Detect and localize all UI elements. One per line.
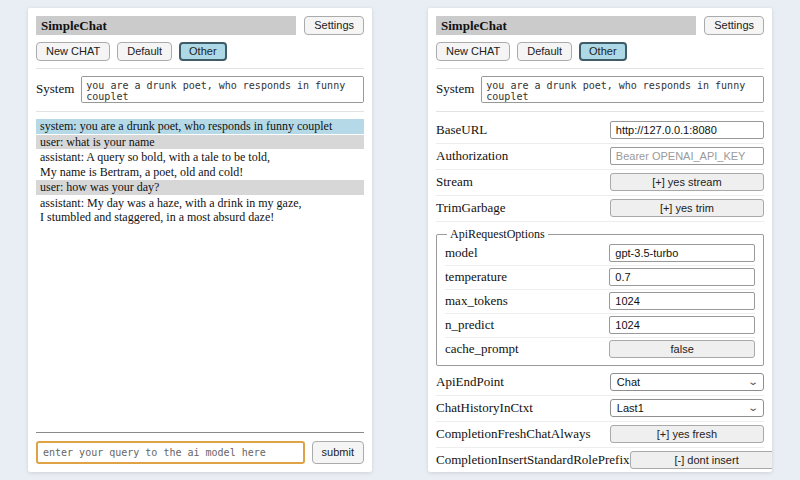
chevron-down-icon: ⌄ (747, 378, 759, 386)
session-tab-default[interactable]: Default (117, 42, 172, 61)
divider (36, 432, 364, 433)
session-tab-other[interactable]: Other (179, 42, 227, 61)
completionfreshchatalways-toggle-button[interactable]: [+] yes fresh (610, 425, 764, 443)
authorization-input[interactable] (610, 147, 764, 165)
system-label: System (36, 76, 74, 97)
model-label: model (445, 245, 478, 261)
field-row-max-tokens: max_tokens (445, 290, 755, 314)
settings-panel: SimpleChat Settings New CHAT Default Oth… (428, 8, 772, 472)
temperature-input[interactable] (609, 268, 755, 286)
session-tab-other[interactable]: Other (579, 42, 627, 61)
titlebar: SimpleChat Settings (436, 16, 764, 35)
submit-button[interactable]: submit (312, 441, 364, 464)
field-row-completioninsertstandardroleprefix: CompletionInsertStandardRolePrefix [-] d… (436, 448, 764, 472)
cache-prompt-toggle-button[interactable]: false (609, 340, 755, 358)
trimgarbage-toggle-button[interactable]: [+] yes trim (610, 199, 764, 217)
system-prompt-textarea[interactable]: you are a drunk poet, who responds in fu… (81, 76, 364, 103)
query-row: submit (36, 441, 364, 464)
divider (36, 68, 364, 69)
field-row-completionfreshchatalways: CompletionFreshChatAlways [+] yes fresh (436, 422, 764, 448)
new-chat-button[interactable]: New CHAT (36, 42, 110, 61)
n-predict-input[interactable] (609, 316, 755, 334)
system-prompt-textarea[interactable]: you are a drunk poet, who responds in fu… (481, 76, 764, 103)
trimgarbage-label: TrimGarbage (436, 200, 506, 216)
spacer (36, 226, 364, 433)
message-user: user: what is your name (36, 135, 364, 150)
field-row-cache-prompt: cache_prompt false (445, 338, 755, 361)
api-request-options-legend: ApiRequestOptions (447, 227, 548, 242)
authorization-label: Authorization (436, 148, 508, 164)
baseurl-label: BaseURL (436, 122, 487, 138)
field-row-apiendpoint: ApiEndPoint Chat ⌄ (436, 370, 764, 396)
chat-messages: system: you are a drunk poet, who respon… (36, 119, 364, 226)
chathistoryinctxt-selected-value: Last1 (617, 402, 644, 414)
divider (436, 68, 764, 69)
new-chat-button[interactable]: New CHAT (436, 42, 510, 61)
completionfreshchatalways-label: CompletionFreshChatAlways (436, 426, 591, 442)
api-request-options-fieldset: ApiRequestOptions model temperature max_… (436, 227, 764, 366)
session-tab-default[interactable]: Default (517, 42, 572, 61)
model-input[interactable] (609, 244, 755, 262)
settings-button[interactable]: Settings (304, 16, 364, 35)
titlebar: SimpleChat Settings (36, 16, 364, 35)
stream-toggle-button[interactable]: [+] yes stream (610, 173, 764, 191)
message-system: system: you are a drunk poet, who respon… (36, 119, 364, 134)
message-user: user: how was your day? (36, 180, 364, 195)
temperature-label: temperature (445, 269, 507, 285)
baseurl-input[interactable] (610, 121, 764, 139)
session-toolbar: New CHAT Default Other (36, 42, 364, 61)
completioninsertstandardroleprefix-label: CompletionInsertStandardRolePrefix (436, 452, 630, 468)
field-row-stream: Stream [+] yes stream (436, 170, 764, 196)
chathistoryinctxt-select[interactable]: Last1 ⌄ (610, 399, 764, 417)
completioninsertstandardroleprefix-toggle-button[interactable]: [-] dont insert (630, 451, 772, 469)
cache-prompt-label: cache_prompt (445, 341, 519, 357)
field-row-model: model (445, 242, 755, 266)
session-toolbar: New CHAT Default Other (436, 42, 764, 61)
message-assistant: assistant: A query so bold, with a tale … (36, 150, 364, 179)
field-row-authorization: Authorization (436, 144, 764, 170)
field-row-temperature: temperature (445, 266, 755, 290)
system-label: System (436, 76, 474, 97)
divider (36, 111, 364, 112)
settings-button[interactable]: Settings (704, 16, 764, 35)
field-row-baseurl: BaseURL (436, 118, 764, 144)
app-title: SimpleChat (436, 16, 696, 35)
max-tokens-label: max_tokens (445, 293, 508, 309)
app-title: SimpleChat (36, 16, 296, 35)
divider (436, 111, 764, 112)
system-prompt-row: System you are a drunk poet, who respond… (436, 76, 764, 103)
n-predict-label: n_predict (445, 317, 494, 333)
stream-label: Stream (436, 174, 473, 190)
chevron-down-icon: ⌄ (747, 404, 759, 412)
page: SimpleChat Settings New CHAT Default Oth… (0, 0, 800, 480)
max-tokens-input[interactable] (609, 292, 755, 310)
field-row-n-predict: n_predict (445, 314, 755, 338)
apiendpoint-select[interactable]: Chat ⌄ (610, 373, 764, 391)
chathistoryinctxt-label: ChatHistoryInCtxt (436, 400, 533, 416)
query-input[interactable] (36, 441, 305, 464)
field-row-trimgarbage: TrimGarbage [+] yes trim (436, 196, 764, 222)
message-assistant: assistant: My day was a haze, with a dri… (36, 196, 364, 225)
apiendpoint-label: ApiEndPoint (436, 374, 504, 390)
field-row-chathistoryinctxt: ChatHistoryInCtxt Last1 ⌄ (436, 396, 764, 422)
system-prompt-row: System you are a drunk poet, who respond… (36, 76, 364, 103)
apiendpoint-selected-value: Chat (617, 376, 640, 388)
chat-panel: SimpleChat Settings New CHAT Default Oth… (28, 8, 372, 472)
